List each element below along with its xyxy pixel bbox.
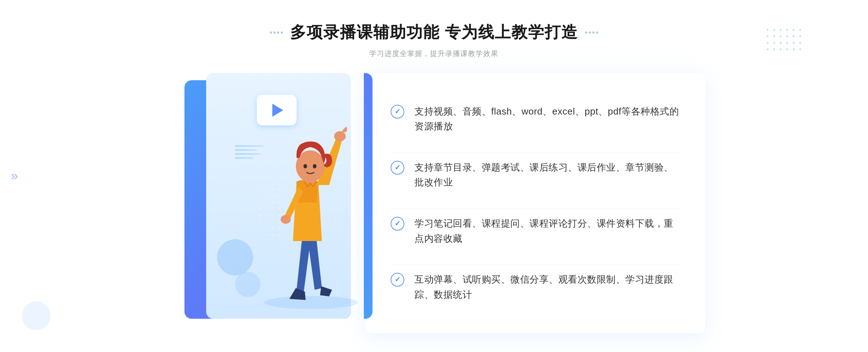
- svg-point-2: [281, 215, 291, 224]
- checkmark-2: ✓: [395, 164, 401, 171]
- top-right-dots-decoration: [767, 29, 803, 52]
- header-dots-right: [585, 31, 598, 34]
- feature-text-3: 学习笔记回看、课程提问、课程评论打分、课件资料下载，重点内容收藏: [414, 216, 680, 246]
- header-dots-left: [270, 31, 283, 34]
- feature-text-4: 互动弹幕、试听购买、微信分享、观看次数限制、学习进度跟踪、数据统计: [414, 272, 680, 302]
- feature-item-1: ✓ 支持视频、音频、flash、word、excel、ppt、pdf等各种格式的…: [391, 97, 680, 141]
- svg-point-1: [334, 131, 346, 141]
- circle-decoration-1: [217, 239, 253, 275]
- page-circle-bottom-left: [22, 301, 51, 330]
- check-icon-2: ✓: [391, 161, 404, 175]
- svg-point-6: [313, 164, 316, 168]
- feature-text-1: 支持视频、音频、flash、word、excel、ppt、pdf等各种格式的资源…: [414, 104, 680, 134]
- check-circle-2: ✓: [391, 161, 404, 175]
- person-illustration: [250, 102, 373, 312]
- check-icon-4: ✓: [391, 273, 404, 287]
- main-content: ✓ 支持视频、音频、flash、word、excel、ppt、pdf等各种格式的…: [163, 73, 705, 333]
- check-icon-3: ✓: [391, 217, 404, 231]
- svg-point-0: [264, 296, 358, 309]
- page-subtitle: 学习进度全掌握，提升录播课教学效果: [270, 49, 598, 59]
- page-title: 多项录播课辅助功能 专为线上教学打造: [290, 22, 578, 43]
- title-row: 多项录播课辅助功能 专为线上教学打造: [270, 22, 598, 43]
- page-header: 多项录播课辅助功能 专为线上教学打造 学习进度全掌握，提升录播课教学效果: [270, 22, 598, 59]
- content-panel: ✓ 支持视频、音频、flash、word、excel、ppt、pdf等各种格式的…: [365, 73, 705, 333]
- check-circle-1: ✓: [391, 105, 404, 119]
- check-icon-1: ✓: [391, 105, 404, 119]
- circle-decoration-2: [235, 272, 260, 297]
- feature-item-4: ✓ 互动弹幕、试听购买、微信分享、观看次数限制、学习进度跟踪、数据统计: [391, 265, 680, 309]
- feature-text-2: 支持章节目录、弹题考试、课后练习、课后作业、章节测验、批改作业: [414, 160, 680, 190]
- feature-item-2: ✓ 支持章节目录、弹题考试、课后练习、课后作业、章节测验、批改作业: [391, 153, 680, 197]
- left-nav-arrow[interactable]: »: [11, 168, 18, 184]
- illustration-panel: [163, 73, 373, 333]
- check-circle-4: ✓: [391, 273, 404, 287]
- checkmark-1: ✓: [395, 108, 401, 115]
- page-wrapper: » 多项录播课辅助功能 专为线上教学打造 学习进度全掌握，提升录播课教学效果: [0, 0, 868, 352]
- illustration-inner-card: [206, 73, 351, 319]
- blue-stripe-accent: [364, 73, 373, 319]
- feature-item-3: ✓ 学习笔记回看、课程提问、课程评论打分、课件资料下载，重点内容收藏: [391, 209, 680, 253]
- checkmark-3: ✓: [395, 220, 401, 227]
- blue-lines-decoration: [235, 145, 264, 159]
- svg-point-5: [303, 164, 307, 168]
- checkmark-4: ✓: [395, 276, 401, 283]
- check-circle-3: ✓: [391, 217, 404, 231]
